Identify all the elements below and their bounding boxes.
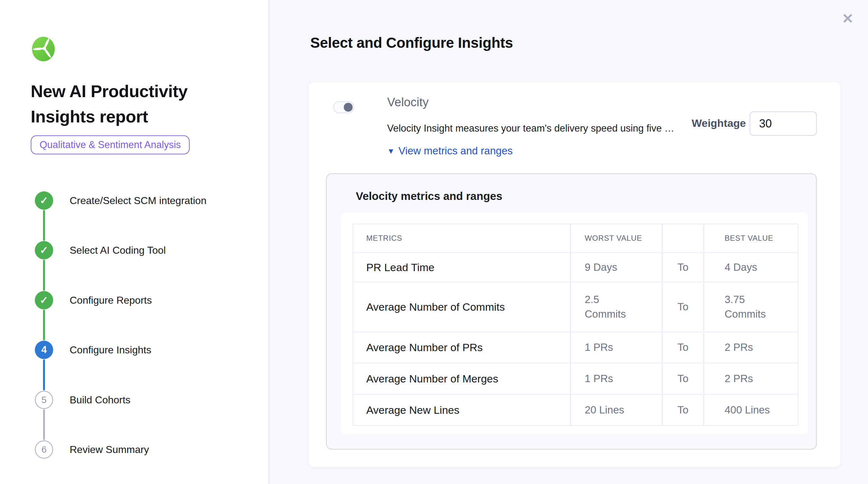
metric-name: Average New Lines	[353, 394, 570, 425]
check-icon: ✓	[40, 195, 49, 206]
metrics-panel-title: Velocity metrics and ranges	[356, 190, 502, 202]
insight-description: Velocity Insight measures your team's de…	[387, 123, 704, 134]
sidebar-step-scm-integration[interactable]: Create/Select SCM integration	[70, 191, 207, 210]
metric-name: Average Number of PRs	[353, 332, 570, 363]
worst-value: 20 Lines	[570, 394, 662, 425]
best-value: 4 Days	[704, 252, 798, 282]
metrics-panel: Velocity metrics and ranges METRICS WORS…	[326, 173, 817, 450]
insight-name: Velocity	[387, 96, 429, 109]
worst-value: 2.5 Commits	[570, 282, 662, 332]
step-5-circle[interactable]: 5	[35, 391, 53, 409]
to-label: To	[662, 363, 704, 394]
sidebar-step-configure-reports[interactable]: Configure Reports	[70, 291, 152, 310]
to-label: To	[662, 394, 704, 425]
column-header-worst-value: WORST VALUE	[570, 224, 662, 252]
metrics-table-container: METRICS WORST VALUE BEST VALUE PR Lead T…	[341, 213, 808, 434]
worst-value: 1 PRs	[570, 332, 662, 363]
sidebar-step-configure-insights[interactable]: Configure Insights	[70, 341, 151, 359]
best-value: 400 Lines	[704, 394, 798, 425]
table-row: PR Lead Time 9 Days To 4 Days	[353, 252, 798, 282]
best-value: 2 PRs	[704, 363, 798, 394]
weightage-label: Weightage	[692, 117, 746, 129]
step-6-circle[interactable]: 6	[35, 440, 53, 459]
to-label: To	[662, 282, 704, 332]
step-4-circle[interactable]: 4	[35, 341, 53, 359]
table-row: Average Number of Commits 2.5 Commits To…	[353, 282, 798, 332]
step-6-number: 6	[41, 445, 46, 455]
step-2-circle[interactable]: ✓	[35, 241, 53, 259]
metric-name: PR Lead Time	[353, 252, 570, 282]
sidebar-step-build-cohorts[interactable]: Build Cohorts	[70, 391, 130, 409]
toggle-knob	[344, 103, 353, 112]
weightage-input[interactable]	[750, 111, 817, 136]
to-label: To	[662, 332, 704, 363]
close-icon[interactable]: ✕	[838, 9, 857, 28]
metric-name: Average Number of Merges	[353, 363, 570, 394]
sidebar-step-ai-coding-tool[interactable]: Select AI Coding Tool	[70, 241, 166, 259]
to-label: To	[662, 252, 704, 282]
step-connector-2-3	[43, 260, 45, 291]
best-value: 2 PRs	[704, 332, 798, 363]
report-type-badge: Qualitative & Sentiment Analysis	[31, 135, 190, 154]
step-4-number: 4	[41, 344, 46, 356]
insight-card: Velocity Velocity Insight measures your …	[309, 82, 840, 467]
view-metrics-link[interactable]: ▼ View metrics and ranges	[387, 145, 513, 157]
velocity-toggle[interactable]	[333, 101, 354, 113]
check-icon: ✓	[40, 244, 49, 256]
wizard-sidebar: New AI Productivity Insights report Qual…	[0, 0, 269, 484]
step-5-number: 5	[41, 395, 46, 405]
worst-value: 1 PRs	[570, 363, 662, 394]
metric-name: Average Number of Commits	[353, 282, 570, 332]
table-header-row: METRICS WORST VALUE BEST VALUE	[353, 224, 798, 252]
report-title: New AI Productivity Insights report	[31, 78, 217, 129]
table-row: Average New Lines 20 Lines To 400 Lines	[353, 394, 798, 425]
best-value: 3.75 Commits	[704, 282, 798, 332]
column-header-metrics: METRICS	[353, 224, 570, 252]
sidebar-step-review-summary[interactable]: Review Summary	[70, 440, 149, 459]
column-header-spacer	[662, 224, 704, 252]
step-1-circle[interactable]: ✓	[35, 191, 53, 210]
chevron-down-icon: ▼	[387, 146, 395, 156]
step-3-circle[interactable]: ✓	[35, 291, 53, 310]
table-row: Average Number of Merges 1 PRs To 2 PRs	[353, 363, 798, 394]
step-connector-5-6	[43, 409, 45, 440]
dialog-title: Select and Configure Insights	[310, 34, 513, 51]
worst-value: 9 Days	[570, 252, 662, 282]
step-connector-3-4	[43, 310, 45, 341]
view-metrics-link-label: View metrics and ranges	[399, 145, 513, 157]
screen: New AI Productivity Insights report Qual…	[0, 0, 868, 484]
step-connector-4-5	[43, 359, 45, 390]
app-logo-icon	[32, 36, 55, 62]
check-icon: ✓	[40, 294, 49, 306]
table-row: Average Number of PRs 1 PRs To 2 PRs	[353, 332, 798, 363]
column-header-best-value: BEST VALUE	[704, 224, 798, 252]
metrics-table: METRICS WORST VALUE BEST VALUE PR Lead T…	[353, 224, 798, 425]
step-connector-1-2	[43, 210, 45, 241]
